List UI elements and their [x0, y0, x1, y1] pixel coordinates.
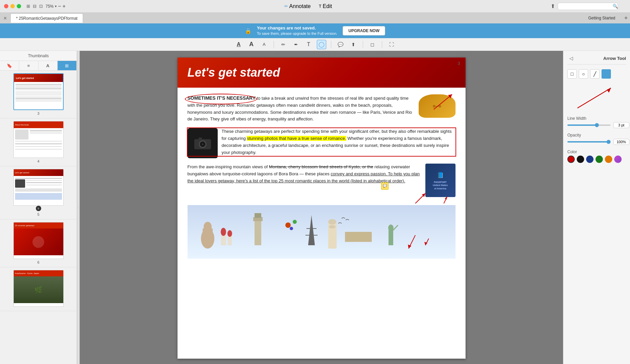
tab-close-button[interactable]: ✕ [0, 16, 10, 21]
pencil-icon: ✏ [284, 4, 288, 9]
color-red[interactable] [567, 156, 575, 163]
text-small-tool-btn[interactable]: A [260, 40, 269, 49]
svg-rect-32 [345, 232, 372, 242]
chevron-down-icon[interactable]: ▾ [55, 4, 57, 8]
color-row [567, 156, 626, 163]
close-button[interactable] [4, 4, 8, 8]
color-green[interactable] [596, 156, 603, 163]
edit-button[interactable]: T Edit [319, 3, 332, 9]
titlebar-right: ⬆ 🔍 [551, 3, 626, 10]
page-number: 3 [458, 61, 460, 66]
arrow-shape-btn[interactable]: ↗ [602, 69, 611, 79]
color-orange[interactable] [605, 156, 612, 163]
stamp-tool-btn[interactable]: ⬆ [349, 40, 358, 49]
line-shape-btn[interactable]: ╱ [590, 69, 600, 79]
sidebar-text-icon[interactable]: A [39, 61, 58, 70]
svg-point-29 [328, 219, 336, 224]
circle-shape-btn[interactable]: ○ [579, 69, 588, 79]
color-purple[interactable] [614, 156, 622, 163]
thumbnail-page-3[interactable]: Let's get started 3 [0, 71, 77, 118]
opacity-row: 100% [567, 139, 626, 145]
thumb-img-3: Let's get started [13, 73, 64, 110]
thumbnail-page-4[interactable]: About this book [0, 118, 77, 166]
thumb-label-6: 6 [37, 260, 39, 264]
red-arrow-3 [439, 195, 449, 205]
minimize-button[interactable] [10, 4, 15, 8]
upgrade-now-button[interactable]: UPGRADE NOW [343, 26, 385, 35]
text-large-tool-btn[interactable]: A [247, 40, 256, 49]
thumbnail-page-5[interactable]: Let's get started [0, 166, 77, 219]
pen-tool-btn[interactable]: ✒ [291, 40, 301, 49]
sidebar-grid-icon[interactable]: ⊞ [58, 61, 77, 70]
toolbar-separator-1 [274, 41, 274, 48]
svg-marker-10 [445, 197, 447, 200]
tab-getting-started[interactable]: Getting Started [583, 16, 621, 20]
zoom-minus-button[interactable]: − [58, 3, 61, 9]
window-icon-3: ⊡ [39, 4, 43, 9]
search-input[interactable] [558, 3, 618, 10]
sidebar-bookmark-icon[interactable]: 🔖 [0, 61, 19, 70]
sidebar-header: Thumbnails [0, 51, 77, 61]
page-body: ◎—◎ SOMETIMES IT'S NECESSARY to take a b… [178, 88, 466, 265]
tab-add-button[interactable]: + [622, 14, 630, 22]
shape-row: □ ○ ╱ ↗ [567, 69, 626, 79]
opacity-slider[interactable] [567, 141, 611, 143]
color-blue[interactable] [586, 156, 593, 163]
edit-icon: T [319, 4, 322, 9]
window-controls: ⊞ ⊟ ⊡ [26, 4, 43, 9]
svg-point-24 [290, 227, 293, 230]
traffic-lights [4, 4, 21, 8]
world-image [188, 205, 456, 259]
zoom-control[interactable]: 75% ▾ − + [46, 3, 66, 9]
paragraph-2: These charming getaways are perfect for … [188, 128, 456, 158]
circle-tool-btn[interactable]: ◯ [317, 40, 326, 49]
passport-image: 📘 PASSPORTUnited Statesof America [425, 164, 456, 197]
toolbar-separator-2 [331, 41, 331, 48]
page-header-title: Let's get started [188, 66, 280, 80]
color-black[interactable] [577, 156, 584, 163]
highlight-tool-btn[interactable]: A [234, 40, 243, 49]
tab-main[interactable]: * 25RomanticGetawaysPDFformat [10, 13, 83, 23]
lock-icon: 🔒 [245, 28, 252, 34]
svg-point-30 [329, 225, 336, 229]
textbox-tool-btn[interactable]: T [304, 40, 313, 49]
color-section: Color [567, 150, 626, 163]
maximize-button[interactable] [17, 4, 21, 8]
sidebar-divider[interactable]: ⋮ [77, 51, 80, 364]
thumb-img-5: Let's get started [13, 169, 64, 206]
sidebar-icons: 🔖 ≡ A ⊞ [0, 61, 77, 71]
window-icon-2: ⊟ [33, 4, 37, 9]
annotation-toolbar: A A A ✏ ✒ T ◯ 💬 ⬆ ◻ ⛶ [0, 38, 630, 51]
line-width-label: Line Width [567, 116, 626, 121]
annotate-button[interactable]: ✏ Annotate [284, 3, 311, 9]
thumb-img-6: 25 romantic getaways [13, 222, 64, 259]
thumbnail-page-6[interactable]: 25 romantic getaways 6 [0, 219, 77, 267]
svg-rect-21 [255, 213, 261, 218]
thumb-label-5: 5 [37, 212, 39, 216]
window-icon-1: ⊞ [26, 4, 30, 9]
line-width-section: Line Width 3 pt [567, 116, 626, 128]
toolbar-separator-3 [363, 41, 363, 48]
shapes-section: □ ○ ╱ ↗ [567, 69, 626, 80]
sidebar-list-icon[interactable]: ≡ [19, 61, 38, 70]
panel-collapse-button[interactable]: ◁ [567, 55, 575, 62]
opacity-label: Opacity [567, 133, 626, 138]
pdf-page: 3 Let's get started ◎—◎ [178, 58, 466, 359]
titlebar: ⊞ ⊟ ⊡ 75% ▾ − + ✏ Annotate T Edit ⬆ 🔍 [0, 0, 630, 13]
pencil-tool-btn[interactable]: ✏ [279, 40, 288, 49]
select-tool-btn[interactable]: ⛶ [387, 40, 396, 49]
toolbar-separator-4 [382, 41, 382, 48]
svg-marker-41 [607, 88, 611, 93]
svg-point-22 [285, 222, 291, 228]
rectangle-shape-btn[interactable]: □ [567, 69, 577, 79]
tab-title: * 25RomanticGetawaysPDFformat [16, 16, 77, 21]
svg-point-18 [227, 230, 232, 237]
erase-tool-btn[interactable]: ◻ [368, 40, 377, 49]
zoom-plus-button[interactable]: + [62, 3, 65, 9]
bold-text-1: SOMETIMES IT'S NECESSARY [188, 95, 256, 101]
comment-tool-btn[interactable]: 💬 [336, 40, 345, 49]
thumbnail-page-7[interactable]: Arashiyama - Kyoto, Japan 🌿 [0, 267, 77, 311]
content-area[interactable]: 3 Let's get started ◎—◎ [80, 51, 563, 364]
line-width-slider[interactable] [567, 124, 611, 126]
opacity-section: Opacity 100% [567, 133, 626, 145]
